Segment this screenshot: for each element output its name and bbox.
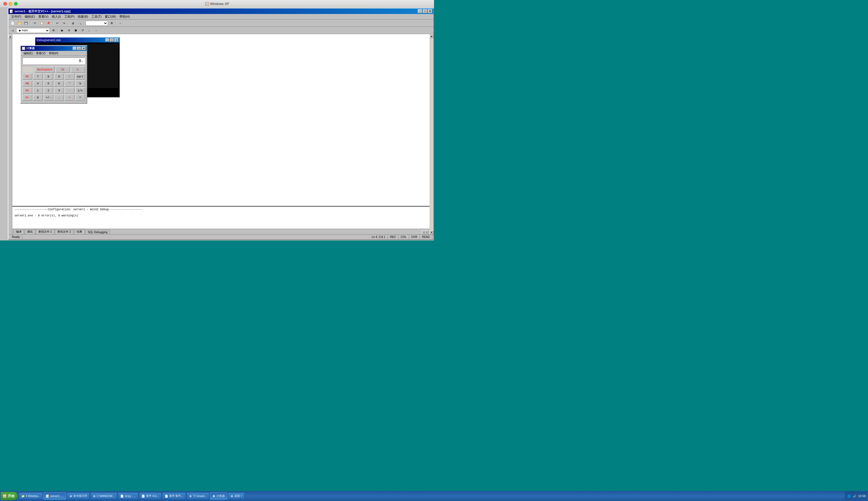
vc-close-btn[interactable]: ✕ <box>428 9 432 13</box>
scroll-track[interactable] <box>430 38 433 231</box>
tb2-stepover[interactable]: → <box>93 28 99 33</box>
calc-1-btn[interactable]: 1 <box>33 87 43 94</box>
tb2-pause[interactable]: ⏸ <box>66 28 72 33</box>
output-line-2 <box>14 211 427 214</box>
menu-build[interactable]: 组建(B) <box>76 14 90 19</box>
calc-sub-btn[interactable]: - <box>65 87 74 94</box>
tb-cut[interactable]: ✂ <box>32 20 38 26</box>
calc-0-btn[interactable]: 0 <box>33 95 43 100</box>
tb-print[interactable]: 🖨 <box>70 20 76 26</box>
mac-titlebar: 🪟 Windows XP <box>0 0 434 8</box>
vc-minimize-btn[interactable]: _ <box>418 9 422 13</box>
tb-undo[interactable]: ↩ <box>54 20 61 26</box>
console-maximize[interactable]: □ <box>110 38 114 42</box>
left-panel-btn[interactable]: ▲ <box>8 35 12 39</box>
calc-pct-btn[interactable]: % <box>75 81 85 87</box>
menu-view[interactable]: 查看(V) <box>36 14 50 19</box>
calc-ce-btn[interactable]: CE <box>55 66 70 73</box>
tb2-step[interactable]: ↓ <box>86 28 92 33</box>
windows-icon: 🪟 <box>205 2 209 6</box>
function-dropdown[interactable]: ◆ main <box>16 28 50 33</box>
menu-edit[interactable]: 编辑(E) <box>23 14 36 19</box>
calc-controls[interactable]: _ □ ✕ <box>73 47 86 50</box>
calc-add-btn[interactable]: + <box>65 95 74 100</box>
tab-compile[interactable]: 编译 <box>13 229 24 234</box>
calc-menu-edit[interactable]: 编辑(E) <box>22 51 34 56</box>
vc-title-label: server1 - 创天中文VC++ - [server1.cpp] <box>14 9 71 13</box>
console-close[interactable]: ✕ <box>114 38 118 42</box>
mac-title: 🪟 Windows XP <box>205 2 229 6</box>
calc-close-btn[interactable]: ✕ <box>82 47 86 50</box>
menu-project[interactable]: 工程(P) <box>63 14 76 19</box>
tb2-restart[interactable]: ↺ <box>80 28 86 33</box>
calc-mul-btn[interactable]: * <box>65 81 74 87</box>
calc-sqrt-btn[interactable]: sqrt <box>75 74 85 80</box>
tab-find2[interactable]: 查找文件 2 <box>55 229 73 234</box>
tab-debug[interactable]: 调试 <box>25 229 35 234</box>
calc-div-btn[interactable]: / <box>65 74 74 80</box>
calc-maximize-btn[interactable]: □ <box>77 47 81 50</box>
console-minimize[interactable]: _ <box>105 38 109 42</box>
vc-restore-btn[interactable]: □ <box>423 9 427 13</box>
calc-c-btn[interactable]: C <box>71 66 85 73</box>
tb-config[interactable]: ⚙ <box>108 20 115 26</box>
calc-ms-btn[interactable]: MS <box>22 87 32 94</box>
scroll-down-btn[interactable]: ▼ <box>430 231 433 234</box>
tab-find1[interactable]: 查找文件 1 <box>36 229 54 234</box>
menu-help[interactable]: 帮助(H) <box>118 14 131 19</box>
tb-arrow[interactable]: ← <box>117 20 124 26</box>
scroll-up-btn[interactable]: ▲ <box>430 34 433 38</box>
tb-copy[interactable]: 📋 <box>39 20 45 26</box>
menu-window[interactable]: 窗口(W) <box>103 14 118 19</box>
vc-menu-bar: 文件(F) 编辑(E) 查看(V) 插入(I) 工程(P) 组建(B) 工具(T… <box>8 14 433 20</box>
vc-window-controls[interactable]: _ □ ✕ <box>418 9 432 13</box>
calc-decimal-btn[interactable]: . <box>54 95 64 100</box>
tb2-back[interactable]: ◁ <box>10 28 16 33</box>
calc-mplus-btn[interactable]: M+ <box>22 95 32 100</box>
tb2-config2[interactable]: ⚙ <box>50 28 56 33</box>
tb-new[interactable]: 📄 <box>10 20 16 26</box>
calc-display-value: 0. <box>79 59 84 63</box>
tab-scroll-right[interactable]: ▷ <box>425 231 428 234</box>
calc-2-btn[interactable]: 2 <box>44 87 53 94</box>
calc-menu-help[interactable]: 帮助(H) <box>47 51 60 56</box>
calc-6-btn[interactable]: 6 <box>54 81 64 87</box>
calc-title-label: 计算器 <box>26 46 35 50</box>
calc-menu-view[interactable]: 查看(V) <box>34 51 47 56</box>
mac-close-button[interactable] <box>3 2 7 6</box>
calc-mr-btn[interactable]: MR <box>22 81 32 87</box>
calc-7-btn[interactable]: 7 <box>33 74 43 80</box>
menu-insert[interactable]: 插入(I) <box>50 14 62 19</box>
mac-minimize-button[interactable] <box>9 2 12 6</box>
mac-maximize-button[interactable] <box>14 2 18 6</box>
calc-3-btn[interactable]: 3 <box>54 87 64 94</box>
mac-window-controls[interactable] <box>3 2 18 6</box>
calc-row-3: MS 1 2 3 - 1/x <box>22 87 85 94</box>
tab-results[interactable]: 结果 <box>74 229 85 234</box>
menu-file[interactable]: 文件(F) <box>10 14 23 19</box>
calc-5-btn[interactable]: 5 <box>44 81 53 87</box>
calc-minimize-btn[interactable]: _ <box>73 47 77 50</box>
tb-find[interactable]: 🔍 <box>77 20 83 26</box>
config-dropdown[interactable] <box>86 21 108 26</box>
calc-backspace-btn[interactable]: Backspace <box>35 66 54 73</box>
calc-inv-btn[interactable]: 1/x <box>75 87 85 94</box>
calc-8-btn[interactable]: 8 <box>44 74 53 80</box>
tab-scroll-left[interactable]: ◁ <box>422 231 425 234</box>
calc-mc-btn[interactable]: MC <box>22 74 32 80</box>
tb-save[interactable]: 💾 <box>23 20 29 26</box>
menu-tools[interactable]: 工具(T) <box>90 14 103 19</box>
calc-9-btn[interactable]: 9 <box>54 74 64 80</box>
calc-4-btn[interactable]: 4 <box>33 81 43 87</box>
tb2-stop[interactable]: ⏹ <box>73 28 79 33</box>
tb-paste[interactable]: 📌 <box>45 20 52 26</box>
tb-redo[interactable]: ↪ <box>61 20 67 26</box>
tb-sep-1 <box>30 21 31 26</box>
calc-negate-btn[interactable]: +/- <box>44 95 53 100</box>
console-controls[interactable]: _ □ ✕ <box>105 38 118 42</box>
tb-open[interactable]: 📂 <box>16 20 22 26</box>
tb2-run[interactable]: ▶ <box>59 28 65 33</box>
status-col-text: COL <box>401 235 406 238</box>
tab-sql[interactable]: SQL Debugging <box>85 230 110 234</box>
calc-equals-btn[interactable]: = <box>75 95 85 100</box>
